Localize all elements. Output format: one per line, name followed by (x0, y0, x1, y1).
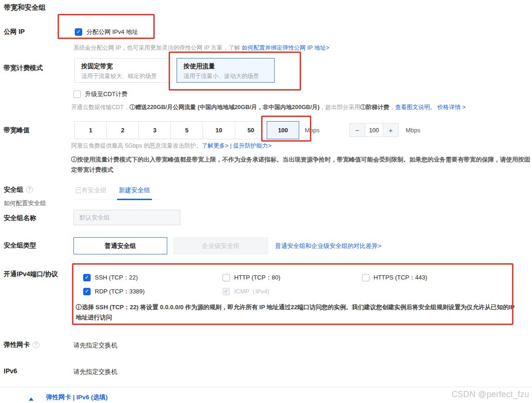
port-icmp-row: ✓ ICMP（IPv4) (223, 287, 269, 296)
billing-mode-label: 带宽计费模式 (4, 64, 43, 72)
stepper-value[interactable]: 100 (365, 124, 383, 136)
cdt-quota-text: 赠送220GB/月公网流量 (中国内地地域20GB/月，非中国内地200GB/月… (135, 104, 320, 110)
link-separator: | (229, 143, 233, 149)
cdt-upgrade-checkbox[interactable] (73, 91, 81, 98)
assign-ipv4-label: 分配公网 IPv4 地址 (86, 28, 138, 36)
eip-config-link[interactable]: 如何配置并绑定弹性公网 IP 地址> (242, 45, 329, 51)
ddos-protection-line: 阿里云免费提供最高 5Gbps 的恶意流量攻击防护。了解更多> | 提升防护能力… (71, 142, 271, 150)
security-group-name-input[interactable] (73, 210, 180, 225)
bandwidth-option-50[interactable]: 50 (235, 121, 267, 139)
ssh-rule-note: ⓘ选择 SSH (TCP：22) 将设置 0.0.0.0/0 作为源的规则，即允… (76, 302, 515, 322)
billing-card-desc: 适用于流量小、波动大的场景 (184, 72, 268, 80)
assign-ipv4-checkbox[interactable]: ✓ (75, 28, 82, 36)
type-enterprise-security-group[interactable]: 企业级安全组 (173, 237, 268, 254)
eni-label-text: 弹性网卡 (4, 341, 30, 348)
port-http-row: HTTP (TCP：80) (223, 273, 280, 282)
check-icon: ✓ (85, 289, 89, 294)
billing-card-fixed-bandwidth[interactable]: 按固定带宽 适用于流量较大、稳定的场景 (74, 58, 172, 83)
check-icon: ✓ (85, 275, 89, 280)
cdt-description: 开通云数据传输CDT，ⓘ赠送220GB/月公网流量 (中国内地地域20GB/月，… (71, 104, 466, 111)
https-label: HTTPS (TCP：443) (374, 273, 427, 282)
rdp-checkbox[interactable]: ✓ (83, 288, 91, 295)
cdt-tier-text: 阶梯计费 (366, 104, 389, 110)
eni-value: 请先指定交换机 (73, 341, 118, 350)
public-ip-help-text: 系统会分配公网 IP，也可采用更加灵活的弹性公网 IP 方案，了解 (73, 45, 242, 51)
help-question-icon[interactable]: ? (26, 186, 33, 193)
http-label: HTTP (TCP：80) (234, 273, 280, 282)
billing-card-title: 按固定带宽 (81, 62, 165, 71)
bandwidth-security-group-form: 带宽和安全组 公网 IP ✓ 分配公网 IPv4 地址 系统会分配公网 IP，也… (0, 0, 532, 403)
cdt-price-link[interactable]: 价格详情 > (437, 104, 466, 110)
bandwidth-option-100[interactable]: 100 (267, 121, 299, 139)
security-group-config-link[interactable]: 如何配置安全组 (4, 199, 46, 208)
billing-card-desc: 适用于流量较大、稳定的场景 (81, 72, 165, 80)
tab-new-security-group[interactable]: 新建安全组 (117, 186, 152, 200)
bandwidth-option-10[interactable]: 10 (203, 121, 235, 139)
icmp-checkbox-disabled: ✓ (223, 288, 230, 295)
ipv6-label: IPv6 (4, 367, 17, 375)
security-group-label: 安全组? (4, 186, 33, 194)
security-group-type-label: 安全组类型 (4, 241, 36, 250)
rdp-label: RDP (TCP：3389) (95, 287, 144, 296)
security-group-tabs: 已有安全组 新建安全组 (73, 186, 160, 200)
https-checkbox[interactable] (362, 274, 369, 281)
bandwidth-option-1[interactable]: 1 (74, 121, 107, 139)
bandwidth-unit: Mbps (305, 127, 320, 134)
footer-divider (0, 387, 532, 387)
bandwidth-peak-label: 带宽峰值 (4, 126, 30, 135)
security-group-label-text: 安全组 (4, 186, 23, 193)
public-ip-help: 系统会分配公网 IP，也可采用更加灵活的弹性公网 IP 方案，了解 如何配置并绑… (73, 44, 329, 52)
type-normal-security-group[interactable]: 普通安全组 (73, 237, 167, 254)
improve-protection-link[interactable]: 提升防护能力> (233, 143, 271, 149)
cdt-text: ，超出部分采用 (320, 104, 361, 110)
info-icon: ⓘ (360, 104, 366, 110)
check-icon: ✓ (224, 289, 229, 294)
cdt-text: 开通云数据传输CDT， (71, 104, 130, 110)
public-ip-label: 公网 IP (4, 28, 25, 36)
check-icon: ✓ (76, 29, 81, 35)
section-title: 带宽和安全组 (4, 3, 46, 12)
port-https-row: HTTPS (TCP：443) (362, 273, 427, 282)
collapse-section-link[interactable]: 弹性网卡 | IPv6 (选填) (46, 393, 108, 402)
help-question-icon[interactable]: ? (33, 341, 39, 348)
http-checkbox[interactable] (223, 274, 230, 281)
ssh-checkbox[interactable]: ✓ (83, 274, 91, 281)
ipv4-ports-label: 开通IPv4端口/协议 (4, 270, 58, 279)
port-ssh-row: ✓ SSH (TCP：22) (83, 273, 138, 282)
stepper-plus-button[interactable]: + (383, 124, 398, 136)
ddos-protection-text: 阿里云免费提供最高 5Gbps 的恶意流量攻击防护。 (71, 143, 202, 149)
stepper-minus-button[interactable]: − (350, 124, 365, 136)
cdt-doc-link[interactable]: 查看图文说明。 (395, 104, 436, 110)
traffic-billing-note-text: 按使用流量计费模式下的出入带宽峰值都是带宽上限，不作为业务承诺指标。当出现资源争… (71, 156, 530, 173)
csdn-watermark: CSDN @perfect_fzu (452, 390, 529, 399)
traffic-billing-note: ⓘ按使用流量计费模式下的出入带宽峰值都是带宽上限，不作为业务承诺指标。当出现资源… (71, 155, 532, 175)
info-icon: ⓘ (71, 156, 77, 163)
bandwidth-stepper: − 100 + (349, 123, 399, 137)
security-group-compare-link[interactable]: 普通安全组和企业级安全组的对比差异> (275, 242, 381, 250)
cdt-checkbox-row: 升级至CDT计费 (73, 90, 128, 98)
bandwidth-option-3[interactable]: 3 (138, 121, 171, 139)
info-icon: ⓘ (76, 304, 82, 311)
cdt-upgrade-label: 升级至CDT计费 (85, 90, 128, 98)
eni-label: 弹性网卡? (4, 341, 39, 349)
ipv6-value: 请先指定交换机 (73, 368, 118, 376)
bandwidth-option-2[interactable]: 2 (106, 121, 139, 139)
billing-card-by-traffic[interactable]: 按使用流量 适用于流量小、波动大的场景 (177, 58, 275, 83)
info-icon: ⓘ (130, 104, 136, 110)
collapse-arrow-icon[interactable] (29, 394, 33, 403)
cdt-text: ， (389, 104, 395, 110)
security-group-name-label: 安全组名称 (4, 214, 36, 222)
stepper-unit: Mbps (406, 127, 420, 134)
ssh-rule-note-text: 选择 SSH (TCP：22) 将设置 0.0.0.0/0 作为源的规则，即允许… (76, 304, 515, 321)
learn-more-link[interactable]: 了解更多> (202, 143, 228, 149)
public-ip-checkbox-row: ✓ 分配公网 IPv4 地址 (75, 28, 138, 36)
port-rdp-row: ✓ RDP (TCP：3389) (83, 287, 144, 296)
ssh-label: SSH (TCP：22) (95, 273, 138, 282)
bandwidth-option-5[interactable]: 5 (171, 121, 203, 139)
tab-existing-security-group[interactable]: 已有安全组 (73, 186, 109, 199)
billing-card-title: 按使用流量 (184, 62, 268, 71)
icmp-label: ICMP（IPv4) (234, 287, 269, 296)
